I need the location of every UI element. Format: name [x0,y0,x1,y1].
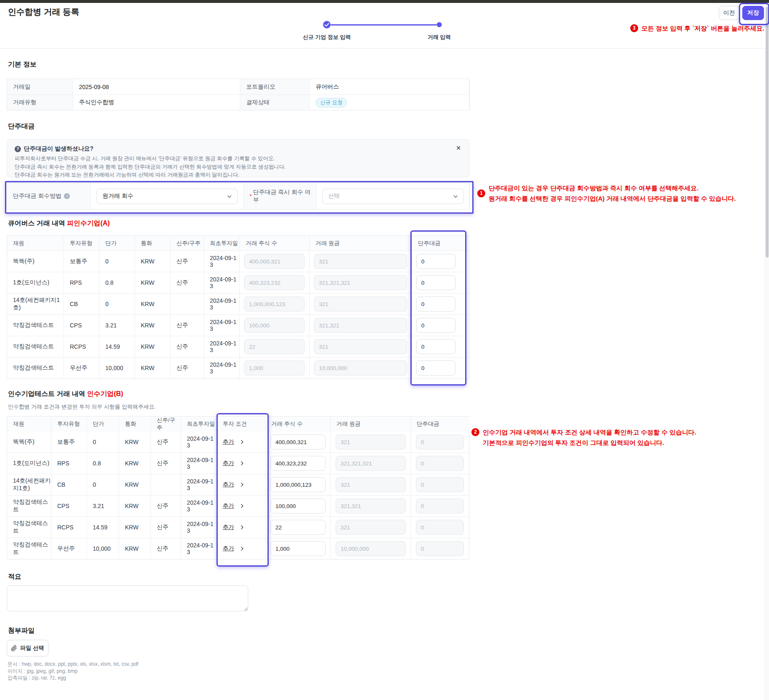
odd-lot-amount-input[interactable] [416,339,456,354]
odd-lot-heading: 단주대금 [8,122,35,131]
new-old-share-cell: 신주 [151,517,181,538]
trade-share-count-input[interactable] [270,520,326,535]
trade-type-value: 주식인수합병 [73,95,240,110]
remarks-textarea[interactable] [7,585,248,611]
table-row: 1호(도미넌스) RPS 0.8 KRW 신주 2024-09-13 추가 [7,452,469,474]
odd-lot-amount-input[interactable] [416,254,456,269]
add-condition-link[interactable]: 추가 [223,545,245,552]
source-cell: 1호(도미넌스) [7,453,51,474]
trade-share-count-input [244,318,305,333]
close-icon[interactable] [455,144,462,152]
odd-lot-amount-input[interactable] [416,318,456,333]
stepper-connector [331,24,437,26]
first-invest-date-cell: 2024-09-13 [204,315,240,336]
first-invest-date-cell: 2024-09-13 [181,538,217,559]
trade-principal-input [336,477,406,492]
annotation-number-3: 3 [630,24,638,32]
question-circle-icon [15,146,21,152]
currency-cell: KRW [119,496,151,516]
unit-price-cell: 10,000 [87,538,119,559]
new-old-share-cell: 신주 [171,336,204,357]
odd-lot-amount-input [416,456,464,471]
chevron-right-icon [239,546,245,552]
trade-principal-input [314,254,407,269]
trade-share-count-input [244,296,305,312]
annotation-number-2: 2 [471,428,479,436]
first-invest-date-cell: 2024-09-13 [204,336,240,357]
acquirer-trade-table: 재원 투자유형 단가 통화 신주/구주 최초투자일 투자 조건 거래 주식 수 … [7,416,469,559]
currency-cell: KRW [135,315,171,336]
unit-price-cell: 0 [99,251,135,272]
trade-share-count-input[interactable] [270,434,326,450]
first-invest-date-cell: 2024-09-13 [204,294,240,314]
unit-price-cell: 0.8 [87,453,119,474]
odd-lot-amount-input[interactable] [416,360,456,376]
currency-cell: KRW [135,358,171,378]
currency-cell: KRW [135,251,171,272]
scrollbar-thumb[interactable] [766,7,769,258]
annotation-odd-lot-text: 단주대금이 있는 경우 단주대금 회수방법과 즉시 회수 여부를 선택해주세요.… [489,183,736,204]
add-condition-link[interactable]: 추가 [223,481,245,488]
new-old-share-cell: 신주 [171,315,204,336]
trade-share-count-input[interactable] [270,498,326,514]
chevron-right-icon [239,482,245,488]
recovery-method-select[interactable]: 원거래 회수 [97,189,238,204]
add-condition-link[interactable]: 추가 [223,460,245,467]
file-select-button[interactable]: 파일 선택 [7,640,48,657]
add-condition-link[interactable]: 추가 [223,438,245,446]
help-icon[interactable] [64,193,70,199]
table-b-header-row: 재원 투자유형 단가 통화 신주/구주 최초투자일 투자 조건 거래 주식 수 … [7,416,469,431]
trade-share-count-input [244,339,305,354]
chevron-right-icon [239,460,245,466]
trade-share-count-input [244,275,305,290]
investment-type-cell: CPS [51,496,87,516]
page-title: 인수합병 거래 등록 [8,6,79,18]
table-row: 약칭검색테스트 RCPS 14.59 KRW 신주 2024-09-13 추가 [7,516,469,538]
odd-lot-amount-input[interactable] [416,296,456,312]
currency-cell: KRW [119,474,151,495]
odd-lot-amount-input [416,498,464,514]
investment-type-cell: 보통주 [51,432,87,452]
acquiree-trade-table: 재원 투자유형 단가 통화 신주/구주 최초투자일 거래 주식 수 거래 원금 … [7,235,469,379]
odd-lot-amount-input [416,520,464,535]
previous-button[interactable]: 이전 [719,6,739,20]
table-a-header-row: 재원 투자유형 단가 통화 신주/구주 최초투자일 거래 주식 수 거래 원금 … [7,236,469,250]
source-cell: 약칭검색테스트 [7,517,51,538]
trade-share-count-input[interactable] [270,541,326,556]
settlement-status-badge: 신규 요청 [316,98,347,107]
odd-lot-notice-box: 단주대금이 발생하셨나요? 피투자회사로부터 단주대금 수금 시, 거래 원장 … [7,139,469,177]
trade-principal-input [336,456,406,471]
currency-cell: KRW [119,453,151,474]
investment-type-cell: RPS [64,272,99,293]
unit-price-cell: 14.59 [87,517,119,538]
immediate-recovery-select[interactable]: 선택 [322,189,464,204]
chevron-right-icon [239,524,245,530]
investment-type-cell: CPS [64,315,99,336]
unit-price-cell: 0 [87,432,119,452]
annotation-save-text: 모든 정보 입력 후 `저장` 버튼을 눌러주세요. [642,23,764,33]
add-condition-link[interactable]: 추가 [223,502,245,510]
currency-cell: KRW [135,336,171,357]
table-row: 14호(세컨패키지1호) CB 0 KRW 2024-09-13 추가 [7,474,469,495]
trade-share-count-input[interactable] [270,477,326,492]
table-row: 14호(세컨패키지1호) CB 0 KRW 2024-09-13 [7,293,469,314]
trade-share-count-input[interactable] [270,456,326,471]
investment-type-cell: 보통주 [64,251,99,272]
trade-share-count-input [244,360,305,376]
scrollbar-track[interactable] [765,3,769,700]
save-button[interactable]: 저장 [742,6,764,20]
unit-price-cell: 0.8 [99,272,135,293]
portfolio-label: 포트폴리오 [240,79,310,95]
unit-price-cell: 0 [87,474,119,495]
source-cell: 약칭검색테스트 [7,315,64,336]
basic-info-row: 거래유형 주식인수합병 결제상태 신규 요청 [7,95,469,110]
basic-info-heading: 기본 정보 [8,60,36,69]
immediate-recovery-cell: 선택 [316,183,470,209]
trade-principal-input [336,434,406,450]
odd-lot-amount-input[interactable] [416,275,456,290]
new-old-share-cell: 신주 [151,538,181,559]
new-old-share-cell: 신주 [151,453,181,474]
add-condition-link[interactable]: 추가 [223,524,245,531]
trade-type-label: 거래유형 [7,95,73,110]
step-label-trade-input: 거래 입력 [414,33,464,41]
